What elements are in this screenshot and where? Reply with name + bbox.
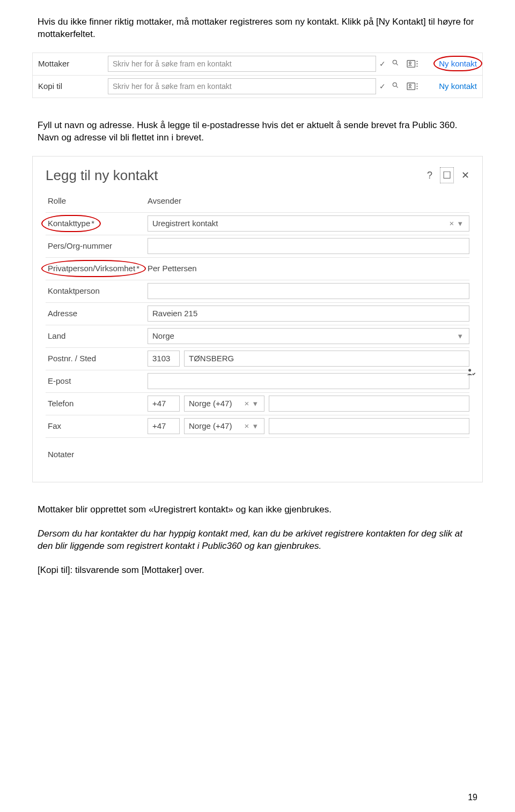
recipient-search-panel: Mottaker Skriv her for å søke fram en ko…	[32, 53, 483, 98]
new-contact-highlighted: Ny kontakt	[439, 59, 477, 68]
close-icon[interactable]: ✕	[461, 169, 469, 182]
telefon-label: Telefon	[46, 398, 148, 409]
kontaktperson-input[interactable]	[148, 283, 469, 299]
notater-value[interactable]	[148, 452, 469, 457]
postnr-label: Postnr. / Sted	[46, 353, 148, 364]
chevron-down-icon[interactable]: ▾	[251, 421, 260, 431]
svg-rect-2	[407, 61, 415, 68]
contact-card-icon[interactable]	[402, 59, 423, 69]
svg-point-10	[409, 85, 411, 87]
person-check-icon[interactable]	[466, 367, 477, 381]
telefon-input[interactable]	[269, 396, 469, 412]
epost-row: E-post	[46, 370, 469, 393]
persorg-row: Pers/Org-nummer	[46, 235, 469, 258]
telefon-prefix[interactable]: +47	[148, 396, 180, 412]
new-contact-link[interactable]: Ny kontakt	[423, 58, 482, 69]
intro-paragraph: Hvis du ikke finner riktig mottaker, må …	[38, 16, 477, 41]
kontaktperson-row: Kontaktperson	[46, 280, 469, 303]
postnr-row: Postnr. / Sted 3103 TØNSBERG	[46, 348, 469, 370]
privatperson-label: Privatperson/Virksomhet*	[46, 263, 148, 274]
fax-country-select[interactable]: Norge (+47) × ▾	[184, 418, 264, 434]
persorg-input[interactable]	[148, 238, 469, 254]
kopitil-search-input[interactable]: Skriv her for å søke fram en kontakt	[108, 78, 376, 94]
help-icon[interactable]: ?	[427, 169, 432, 182]
rolle-value: Avsender	[148, 193, 469, 208]
sted-input[interactable]: TØNSBERG	[184, 351, 469, 367]
new-contact-link[interactable]: Ny kontakt	[423, 81, 482, 92]
maximize-icon[interactable]: ☐	[440, 167, 454, 183]
rolle-label: Rolle	[46, 196, 148, 206]
adresse-label: Adresse	[46, 308, 148, 319]
telefon-row: Telefon +47 Norge (+47) × ▾	[46, 393, 469, 415]
land-select[interactable]: Norge ▾	[148, 328, 469, 344]
persorg-label: Pers/Org-nummer	[46, 241, 148, 251]
fax-input[interactable]	[269, 418, 469, 434]
clear-icon[interactable]: ×	[242, 421, 251, 431]
kopitil-row: Kopi til Skriv her for å søke fram en ko…	[33, 76, 482, 98]
kontakttype-label: Kontakttype*	[46, 218, 148, 229]
search-icon[interactable]	[389, 81, 402, 92]
chevron-down-icon[interactable]: ▾	[456, 218, 465, 229]
add-contact-dialog: Legg til ny kontakt ? ☐ ✕ Rolle Avsender…	[32, 156, 483, 482]
mottaker-search-input[interactable]: Skriv her for å søke fram en kontakt	[108, 56, 376, 72]
privatperson-value[interactable]: Per Pettersen	[148, 261, 469, 276]
adresse-row: Adresse Raveien 215	[46, 303, 469, 325]
kontakttype-row: Kontakttype* Uregistrert kontakt × ▾	[46, 213, 469, 235]
svg-line-1	[396, 63, 398, 65]
clear-icon[interactable]: ×	[242, 398, 251, 409]
svg-rect-9	[407, 83, 415, 90]
kontakttype-select[interactable]: Uregistrert kontakt × ▾	[148, 215, 469, 232]
telefon-country-select[interactable]: Norge (+47) × ▾	[184, 396, 264, 412]
last-paragraph: [Kopi til]: tilsvarende som [Mottaker] o…	[38, 564, 477, 577]
clear-icon[interactable]: ×	[447, 218, 456, 229]
check-icon[interactable]: ✓	[376, 81, 389, 92]
fax-label: Fax	[46, 421, 148, 431]
mid-paragraph: Fyll ut navn og adresse. Husk å legge ti…	[38, 120, 477, 144]
fax-prefix[interactable]: +47	[148, 418, 180, 434]
dialog-title: Legg til ny kontakt	[46, 166, 427, 185]
search-icon[interactable]	[389, 59, 402, 69]
svg-point-14	[468, 369, 471, 371]
notater-row: Notater	[46, 438, 469, 460]
mottaker-label: Mottaker	[33, 58, 108, 69]
check-icon[interactable]: ✓	[376, 59, 389, 69]
italic-paragraph: Dersom du har kontakter du har hyppig ko…	[38, 528, 477, 553]
mottaker-row: Mottaker Skriv her for å søke fram en ko…	[33, 53, 482, 76]
chevron-down-icon[interactable]: ▾	[251, 398, 260, 409]
epost-input[interactable]	[148, 373, 469, 389]
svg-point-3	[409, 62, 411, 64]
kontaktperson-label: Kontaktperson	[46, 286, 148, 296]
chevron-down-icon[interactable]: ▾	[456, 331, 465, 341]
after-paragraph: Mottaker blir opprettet som «Uregistrert…	[38, 504, 477, 516]
kopitil-label: Kopi til	[33, 81, 108, 92]
adresse-input[interactable]: Raveien 215	[148, 306, 469, 322]
epost-label: E-post	[46, 376, 148, 386]
rolle-row: Rolle Avsender	[46, 190, 469, 213]
postnr-input[interactable]: 3103	[148, 351, 180, 367]
land-label: Land	[46, 331, 148, 341]
window-controls: ? ☐ ✕	[427, 167, 469, 183]
privatperson-row: Privatperson/Virksomhet* Per Pettersen	[46, 258, 469, 280]
land-row: Land Norge ▾	[46, 325, 469, 348]
svg-line-8	[396, 86, 398, 88]
fax-row: Fax +47 Norge (+47) × ▾	[46, 415, 469, 438]
notater-label: Notater	[46, 449, 148, 460]
contact-card-icon[interactable]	[402, 81, 423, 91]
